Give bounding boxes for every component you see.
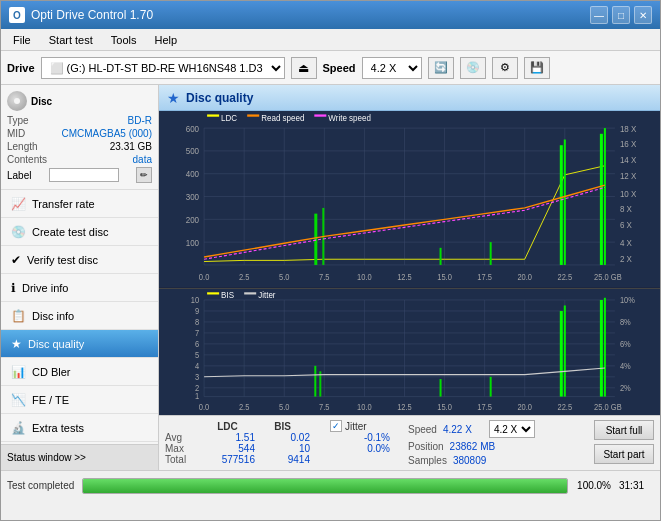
speed-info-section: Speed 4.22 X 4.2 X Position 23862 MB Sam… <box>408 420 535 466</box>
svg-text:300: 300 <box>186 191 200 202</box>
refresh-button[interactable]: 🔄 <box>428 57 454 79</box>
progress-bar <box>82 478 568 494</box>
create-test-disc-label: Create test disc <box>32 226 108 238</box>
label-label: Label <box>7 170 31 181</box>
speed-select[interactable]: 4.2 X <box>362 57 422 79</box>
max-label: Max <box>165 443 200 454</box>
bis-total: 9414 <box>255 454 310 465</box>
jitter-checkbox[interactable]: ✓ <box>330 420 342 432</box>
total-label: Total <box>165 454 200 465</box>
svg-text:17.5: 17.5 <box>477 402 492 411</box>
svg-text:25.0 GB: 25.0 GB <box>594 402 622 411</box>
svg-text:400: 400 <box>186 169 200 180</box>
sidebar-item-extra-tests[interactable]: 🔬 Extra tests <box>1 414 158 442</box>
content-header: ★ Disc quality <box>159 85 660 111</box>
svg-text:18 X: 18 X <box>620 123 637 134</box>
menu-help[interactable]: Help <box>146 32 185 48</box>
speed-stat-select[interactable]: 4.2 X <box>489 420 535 438</box>
svg-text:5.0: 5.0 <box>279 402 290 411</box>
bis-chart: 10 9 8 7 6 5 4 3 2 1 10% 8% 6% 4% 2% <box>159 289 660 415</box>
disc-section-label: Disc <box>31 96 52 107</box>
verify-test-disc-icon: ✔ <box>11 253 21 267</box>
sidebar-item-fe-te[interactable]: 📉 FE / TE <box>1 386 158 414</box>
window-controls: — □ ✕ <box>590 6 652 24</box>
sidebar-item-verify-test-disc[interactable]: ✔ Verify test disc <box>1 246 158 274</box>
cd-bler-label: CD Bler <box>32 366 71 378</box>
ldc-chart-svg: 600 500 400 300 200 100 18 X 16 X 14 X 1… <box>159 111 660 288</box>
settings-button[interactable]: ⚙ <box>492 57 518 79</box>
edit-label-button[interactable]: ✏ <box>136 167 152 183</box>
status-window-button[interactable]: Status window >> <box>1 444 158 470</box>
menu-tools[interactable]: Tools <box>103 32 145 48</box>
svg-text:600: 600 <box>186 123 200 134</box>
content-header-icon: ★ <box>167 90 180 106</box>
svg-rect-57 <box>600 134 603 265</box>
label-input[interactable] <box>49 168 119 182</box>
test-completed-label: Test completed <box>7 480 74 491</box>
ldc-max: 544 <box>200 443 255 454</box>
save-button[interactable]: 💾 <box>524 57 550 79</box>
svg-text:25.0 GB: 25.0 GB <box>594 272 622 282</box>
svg-text:9: 9 <box>195 307 199 316</box>
svg-text:Jitter: Jitter <box>258 289 276 299</box>
eject-button[interactable]: ⏏ <box>291 57 317 79</box>
disc-button[interactable]: 💿 <box>460 57 486 79</box>
start-part-button[interactable]: Start part <box>594 444 654 464</box>
svg-text:2 X: 2 X <box>620 253 632 264</box>
svg-text:0.0: 0.0 <box>199 272 210 282</box>
svg-text:4 X: 4 X <box>620 237 632 248</box>
charts-area: 600 500 400 300 200 100 18 X 16 X 14 X 1… <box>159 111 660 415</box>
svg-text:10 X: 10 X <box>620 188 637 199</box>
sidebar-item-transfer-rate[interactable]: 📈 Transfer rate <box>1 190 158 218</box>
svg-text:LDC: LDC <box>221 113 237 124</box>
svg-rect-54 <box>490 242 492 265</box>
ldc-total: 577516 <box>200 454 255 465</box>
length-label: Length <box>7 141 38 152</box>
svg-rect-116 <box>564 305 566 396</box>
svg-text:20.0: 20.0 <box>517 272 532 282</box>
progress-percent: 100.0% <box>576 480 611 491</box>
maximize-button[interactable]: □ <box>612 6 630 24</box>
svg-text:0.0: 0.0 <box>199 402 210 411</box>
svg-text:10%: 10% <box>620 296 635 305</box>
menu-start-test[interactable]: Start test <box>41 32 101 48</box>
menu-file[interactable]: File <box>5 32 39 48</box>
jitter-max: 0.0% <box>330 443 390 454</box>
drive-label: Drive <box>7 62 35 74</box>
svg-text:17.5: 17.5 <box>477 272 492 282</box>
minimize-button[interactable]: — <box>590 6 608 24</box>
ldc-header: LDC <box>200 420 255 432</box>
svg-text:12.5: 12.5 <box>397 272 412 282</box>
sidebar-nav: 📈 Transfer rate 💿 Create test disc ✔ Ver… <box>1 190 158 444</box>
speed-stat-value: 4.22 X <box>443 424 483 435</box>
svg-rect-49 <box>314 114 326 116</box>
close-button[interactable]: ✕ <box>634 6 652 24</box>
sidebar-item-disc-info[interactable]: 📋 Disc info <box>1 302 158 330</box>
disc-icon <box>7 91 27 111</box>
disc-info-label: Disc info <box>32 310 74 322</box>
svg-rect-118 <box>604 298 606 397</box>
svg-text:8%: 8% <box>620 318 631 327</box>
type-label: Type <box>7 115 29 126</box>
content-title: Disc quality <box>186 91 253 105</box>
svg-rect-56 <box>564 140 566 265</box>
sidebar-item-create-test-disc[interactable]: 💿 Create test disc <box>1 218 158 246</box>
sidebar-item-drive-info[interactable]: ℹ Drive info <box>1 274 158 302</box>
start-full-button[interactable]: Start full <box>594 420 654 440</box>
svg-text:6: 6 <box>195 340 200 349</box>
svg-text:8 X: 8 X <box>620 204 632 215</box>
svg-text:6%: 6% <box>620 340 631 349</box>
drive-select[interactable]: ⬜ (G:) HL-DT-ST BD-RE WH16NS48 1.D3 <box>41 57 285 79</box>
sidebar: Disc Type BD-R MID CMCMAGBA5 (000) Lengt… <box>1 85 159 470</box>
transfer-rate-icon: 📈 <box>11 197 26 211</box>
sidebar-item-cd-bler[interactable]: 📊 CD Bler <box>1 358 158 386</box>
transfer-rate-label: Transfer rate <box>32 198 95 210</box>
svg-text:5.0: 5.0 <box>279 272 290 282</box>
svg-text:4: 4 <box>195 362 200 371</box>
svg-text:10.0: 10.0 <box>357 272 372 282</box>
drivebar: Drive ⬜ (G:) HL-DT-ST BD-RE WH16NS48 1.D… <box>1 51 660 85</box>
main-area: Disc Type BD-R MID CMCMAGBA5 (000) Lengt… <box>1 85 660 470</box>
disc-panel: Disc Type BD-R MID CMCMAGBA5 (000) Lengt… <box>1 85 158 190</box>
sidebar-item-disc-quality[interactable]: ★ Disc quality <box>1 330 158 358</box>
fe-te-label: FE / TE <box>32 394 69 406</box>
